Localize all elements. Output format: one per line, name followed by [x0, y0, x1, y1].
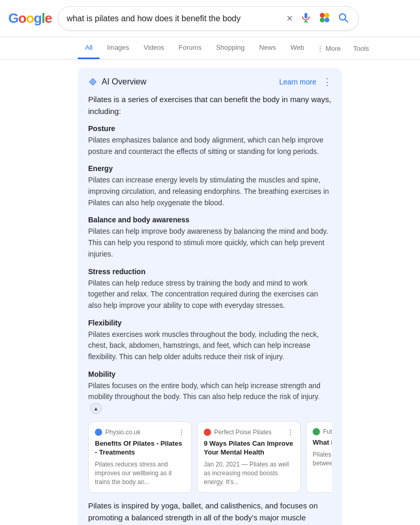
svg-point-3 [319, 13, 324, 18]
search-icon [338, 12, 349, 25]
ai-overview-card: AI Overview Learn more ⋮ Pilates is a se… [78, 68, 342, 525]
flexibility-title: Flexibility [88, 319, 332, 327]
ai-section-flexibility: Flexibility Pilates exercises work muscl… [88, 319, 332, 363]
ai-intro-text: Pilates is a series of exercises that ca… [88, 94, 332, 117]
posture-title: Posture [88, 124, 332, 133]
lens-button[interactable] [318, 11, 331, 26]
svg-line-8 [345, 19, 347, 22]
tab-all[interactable]: All [78, 37, 100, 59]
mobility-title: Mobility [88, 370, 332, 378]
tab-web[interactable]: Web [283, 37, 312, 59]
poise-title: 9 Ways Pilates Can Improve Your Mental H… [204, 439, 294, 457]
search-icons [285, 11, 350, 26]
svg-point-5 [319, 18, 324, 22]
close-icon [286, 13, 293, 23]
ai-overview-title: AI Overview [88, 77, 146, 87]
more-tabs-button[interactable]: ⋮ More [312, 38, 346, 59]
dots-icon: ⋮ [317, 45, 324, 52]
tools-button[interactable]: Tools [346, 38, 376, 59]
flexibility-text: Pilates exercises work muscles throughou… [88, 329, 332, 363]
tab-forums[interactable]: Forums [172, 37, 209, 59]
source-card-header: Perfect Poise Pilates ⋮ [204, 428, 294, 436]
tab-videos[interactable]: Videos [136, 37, 172, 59]
poise-favicon [204, 429, 211, 436]
lens-icon [319, 12, 330, 25]
tab-shopping[interactable]: Shopping [209, 37, 252, 59]
mobility-text: Pilates focuses on the entire body, whic… [88, 380, 332, 415]
search-button[interactable] [337, 11, 350, 26]
energy-text: Pilates can increase energy levels by st… [88, 175, 332, 208]
source-more-button[interactable]: ⋮ [287, 428, 294, 436]
stress-title: Stress reduction [88, 267, 332, 276]
ai-section-mobility: Mobility Pilates focuses on the entire b… [88, 370, 332, 415]
search-bar[interactable] [58, 6, 359, 31]
posture-text: Pilates emphasizes balance and body alig… [88, 135, 332, 157]
clear-button[interactable] [285, 12, 294, 24]
ai-section-balance: Balance and body awareness Pilates can h… [88, 216, 332, 260]
svg-point-6 [325, 18, 329, 22]
google-logo: Google [8, 10, 52, 26]
collapse-button[interactable]: ▲ [90, 403, 102, 414]
voice-search-button[interactable] [299, 11, 313, 26]
balance-title: Balance and body awareness [88, 216, 332, 224]
chevron-up-icon: ▲ [93, 405, 99, 413]
energy-title: Energy [88, 164, 332, 173]
source-card-header: Physio.co.uk ⋮ [95, 428, 185, 436]
physio-favicon [95, 429, 102, 436]
svg-point-4 [325, 13, 329, 18]
source-card-future-fit[interactable]: Future Fit What is Pilates? A c... guide… [306, 421, 332, 493]
source-site-physio: Physio.co.uk [95, 429, 141, 436]
more-label: More [326, 45, 341, 52]
poise-snippet: Jan 20, 2021 — Pilates as well as increa… [204, 460, 294, 486]
ai-diamond-icon [88, 77, 97, 87]
balance-text: Pilates can help improve body awareness … [88, 226, 332, 260]
source-cards: Physio.co.uk ⋮ Benefits Of Pilates - Pil… [88, 421, 332, 493]
future-favicon [313, 428, 320, 435]
source-site-future: Future Fit [313, 428, 332, 435]
future-snippet: Pilates focuses on offe... between your … [313, 450, 332, 468]
source-site-poise: Perfect Poise Pilates [204, 429, 272, 436]
search-input[interactable] [67, 14, 280, 23]
ai-outro-text: Pilates is inspired by yoga, ballet, and… [88, 500, 332, 525]
source-card-physio[interactable]: Physio.co.uk ⋮ Benefits Of Pilates - Pil… [88, 421, 192, 493]
mic-icon [300, 12, 312, 25]
physio-title: Benefits Of Pilates - Pilates - Treatmen… [95, 439, 185, 457]
tab-news[interactable]: News [252, 37, 284, 59]
ai-overview-more-button[interactable]: ⋮ [323, 76, 332, 88]
nav-tabs: All Images Videos Forums Shopping News W… [0, 37, 420, 60]
ai-section-stress: Stress reduction Pilates can help reduce… [88, 267, 332, 311]
source-card-header: Future Fit [313, 428, 332, 435]
tab-images[interactable]: Images [100, 37, 136, 59]
future-title: What is Pilates? A c... guide [313, 438, 332, 447]
ai-section-energy: Energy Pilates can increase energy level… [88, 164, 332, 208]
physio-snippet: Pilates reduces stress and improves our … [95, 460, 185, 486]
ai-overview-header: AI Overview Learn more ⋮ [88, 76, 332, 88]
source-card-perfect-poise[interactable]: Perfect Poise Pilates ⋮ 9 Ways Pilates C… [197, 421, 301, 493]
stress-text: Pilates can help reduce stress by traini… [88, 278, 332, 311]
main-content: AI Overview Learn more ⋮ Pilates is a se… [0, 60, 420, 525]
source-more-button[interactable]: ⋮ [178, 428, 185, 436]
svg-rect-0 [304, 13, 307, 19]
header: Google [0, 0, 420, 37]
ai-overview-actions: Learn more ⋮ [279, 76, 332, 88]
learn-more-link[interactable]: Learn more [279, 78, 316, 86]
ai-section-posture: Posture Pilates emphasizes balance and b… [88, 124, 332, 157]
